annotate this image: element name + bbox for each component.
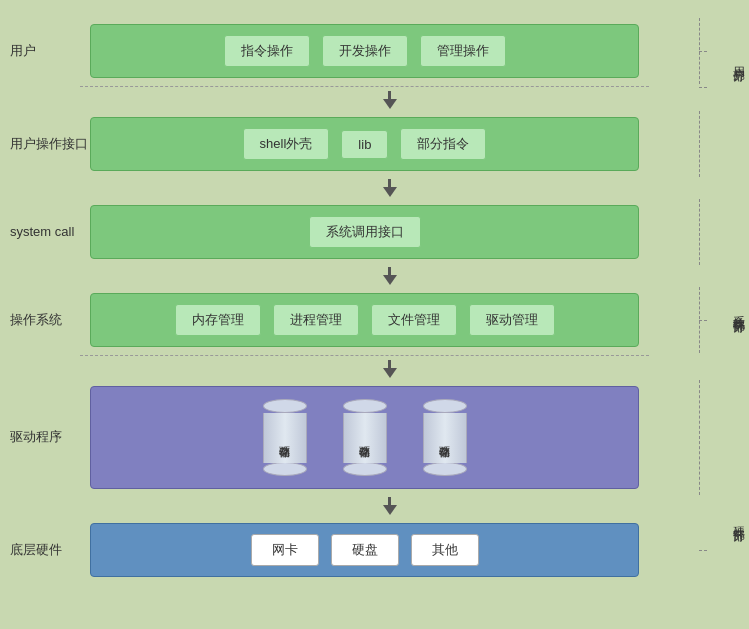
- os-item-2: 文件管理: [371, 304, 457, 336]
- hardware-item-0: 网卡: [251, 534, 319, 566]
- interface-item-2: 部分指令: [400, 128, 486, 160]
- user-row: 用户 指令操作 开发操作 管理操作: [0, 18, 649, 84]
- driver-box: 存储驱动 存储驱动: [90, 386, 639, 489]
- cyl-top-2: [423, 399, 467, 413]
- cyl-bottom-0: [263, 462, 307, 476]
- hardware-box: 网卡 硬盘 其他: [90, 523, 639, 577]
- cyl-bottom-2: [423, 462, 467, 476]
- user-interface-box: shell外壳 lib 部分指令: [90, 117, 639, 171]
- user-label: 用户: [10, 42, 90, 60]
- driver-cylinder-1: 存储驱动: [335, 399, 395, 476]
- cyl-body-1: 存储驱动: [343, 413, 387, 463]
- cyl-top-1: [343, 399, 387, 413]
- arrow-4: [0, 358, 749, 380]
- user-item-0: 指令操作: [224, 35, 310, 67]
- os-label: 操作系统: [10, 311, 90, 329]
- syscall-item-0: 系统调用接口: [309, 216, 421, 248]
- user-section-label: 用户部分: [730, 57, 747, 61]
- syscall-row: system call 系统调用接口: [0, 199, 649, 265]
- hardware-label: 底层硬件: [10, 541, 90, 559]
- arrow-2: [0, 177, 749, 199]
- diagram-container: 用户 指令操作 开发操作 管理操作 用户部分: [0, 0, 749, 629]
- driver-cylinder-2: 存储驱动: [415, 399, 475, 476]
- cyl-bottom-1: [343, 462, 387, 476]
- driver-label: 驱动程序: [10, 428, 90, 446]
- os-row: 操作系统 内存管理 进程管理 文件管理 驱动管理: [0, 287, 649, 353]
- user-box: 指令操作 开发操作 管理操作: [90, 24, 639, 78]
- cyl-body-0: 存储驱动: [263, 413, 307, 463]
- cyl-body-2: 存储驱动: [423, 413, 467, 463]
- os-item-3: 驱动管理: [469, 304, 555, 336]
- hardware-item-1: 硬盘: [331, 534, 399, 566]
- arrow-5: [0, 495, 749, 517]
- hardware-row: 底层硬件 网卡 硬盘 其他: [0, 517, 649, 583]
- system-software-label: 系统软件部分: [730, 306, 747, 312]
- syscall-box: 系统调用接口: [90, 205, 639, 259]
- interface-item-1: lib: [341, 130, 388, 159]
- hardware-section-label: 硬件部分: [730, 517, 747, 521]
- interface-item-0: shell外壳: [243, 128, 330, 160]
- driver-row: 驱动程序 存储驱动: [0, 380, 649, 495]
- os-box: 内存管理 进程管理 文件管理 驱动管理: [90, 293, 639, 347]
- user-interface-row: 用户操作接口 shell外壳 lib 部分指令: [0, 111, 649, 177]
- arrow-1: [0, 89, 749, 111]
- syscall-label: system call: [10, 223, 90, 241]
- cyl-top-0: [263, 399, 307, 413]
- os-item-1: 进程管理: [273, 304, 359, 336]
- arrow-3: [0, 265, 749, 287]
- user-item-2: 管理操作: [420, 35, 506, 67]
- hardware-item-2: 其他: [411, 534, 479, 566]
- user-item-1: 开发操作: [322, 35, 408, 67]
- user-interface-label: 用户操作接口: [10, 135, 90, 153]
- driver-cylinder-0: 存储驱动: [255, 399, 315, 476]
- os-item-0: 内存管理: [175, 304, 261, 336]
